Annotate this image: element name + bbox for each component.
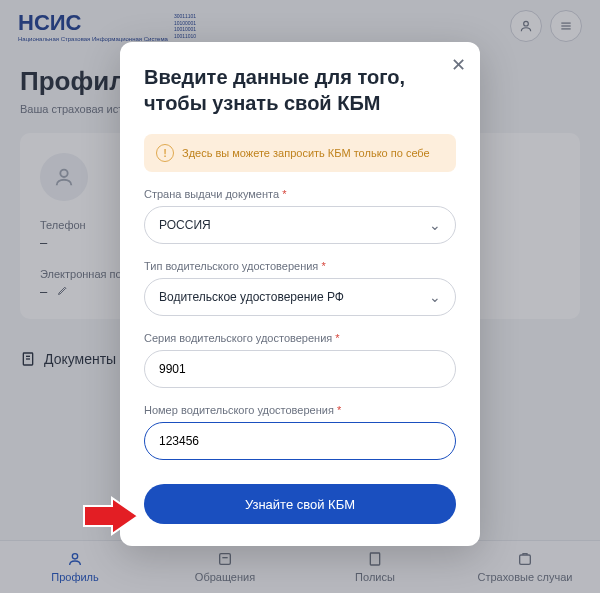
country-group: Страна выдачи документа * РОССИЯ ⌄ [144,188,456,244]
info-icon: ! [156,144,174,162]
type-select[interactable]: Водительское удостоверение РФ ⌄ [144,278,456,316]
series-group: Серия водительского удостоверения * [144,332,456,388]
alert-text: Здесь вы можете запросить КБМ только по … [182,147,430,159]
close-icon[interactable]: ✕ [451,54,466,76]
number-label: Номер водительского удостоверения * [144,404,456,416]
number-input[interactable] [159,434,441,448]
modal-title: Введите данные для того, чтобы узнать св… [144,64,456,116]
country-select[interactable]: РОССИЯ ⌄ [144,206,456,244]
submit-button[interactable]: Узнайте свой КБМ [144,484,456,524]
kbm-modal: ✕ Введите данные для того, чтобы узнать … [120,42,480,546]
number-input-wrap[interactable] [144,422,456,460]
series-input-wrap[interactable] [144,350,456,388]
alert-box: ! Здесь вы можете запросить КБМ только п… [144,134,456,172]
series-input[interactable] [159,362,441,376]
type-label: Тип водительского удостоверения * [144,260,456,272]
country-value: РОССИЯ [159,218,211,232]
chevron-down-icon: ⌄ [429,217,441,233]
type-value: Водительское удостоверение РФ [159,290,344,304]
series-label: Серия водительского удостоверения * [144,332,456,344]
country-label: Страна выдачи документа * [144,188,456,200]
type-group: Тип водительского удостоверения * Водите… [144,260,456,316]
instruction-arrow-icon [82,496,142,536]
chevron-down-icon: ⌄ [429,289,441,305]
number-group: Номер водительского удостоверения * [144,404,456,460]
